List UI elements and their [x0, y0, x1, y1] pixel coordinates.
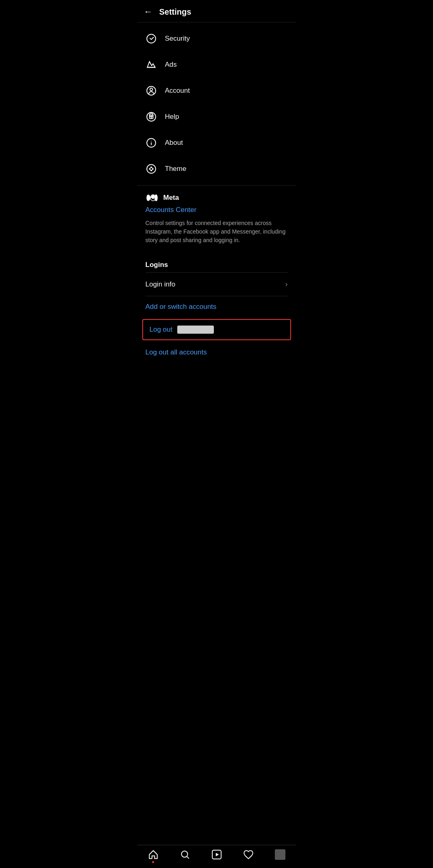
- help-icon: [146, 111, 157, 122]
- profile-thumbnail: [275, 849, 285, 860]
- svg-point-0: [147, 34, 156, 43]
- theme-icon: [146, 163, 157, 175]
- nav-reels[interactable]: [211, 849, 222, 860]
- settings-item-account[interactable]: Account: [137, 78, 296, 104]
- settings-header: ← Settings: [137, 0, 296, 22]
- settings-help-label: Help: [165, 113, 179, 121]
- meta-section: Meta Accounts Center Control settings fo…: [137, 185, 296, 245]
- login-info-label: Login info: [146, 280, 176, 289]
- page-title: Settings: [159, 7, 191, 17]
- add-switch-accounts-row[interactable]: Add or switch accounts: [137, 296, 296, 317]
- settings-theme-label: Theme: [165, 165, 187, 173]
- home-active-dot: [152, 861, 154, 863]
- logout-all-accounts-link[interactable]: Log out all accounts: [146, 348, 207, 356]
- svg-line-25: [187, 857, 189, 859]
- about-icon: [146, 137, 157, 149]
- settings-account-label: Account: [165, 87, 190, 95]
- svg-marker-27: [215, 853, 219, 857]
- nav-search[interactable]: [180, 849, 190, 860]
- back-button[interactable]: ←: [144, 7, 153, 17]
- chevron-right-icon: ›: [285, 280, 288, 289]
- logout-link[interactable]: Log out: [150, 326, 173, 334]
- settings-item-security[interactable]: Security: [137, 26, 296, 52]
- account-icon: [146, 85, 157, 96]
- settings-item-help[interactable]: Help: [137, 104, 296, 130]
- bottom-navigation: [137, 845, 296, 868]
- accounts-center-link[interactable]: Accounts Center: [146, 206, 288, 214]
- settings-item-theme[interactable]: Theme: [137, 156, 296, 182]
- nav-activity[interactable]: [243, 849, 254, 860]
- meta-logo-icon: [146, 194, 160, 202]
- svg-point-20: [150, 168, 152, 171]
- nav-home[interactable]: [148, 849, 159, 860]
- settings-item-ads[interactable]: Ads: [137, 52, 296, 78]
- login-info-row[interactable]: Login info ›: [137, 273, 296, 296]
- svg-point-24: [181, 851, 187, 857]
- settings-list: Security Ads Account: [137, 22, 296, 185]
- logout-highlighted-row[interactable]: Log out: [142, 319, 291, 340]
- settings-item-about[interactable]: About: [137, 130, 296, 156]
- settings-ads-label: Ads: [165, 61, 177, 69]
- svg-point-14: [151, 141, 152, 142]
- username-blur: [177, 326, 214, 334]
- settings-about-label: About: [165, 139, 183, 147]
- meta-logo-row: Meta: [146, 194, 288, 202]
- svg-point-4: [150, 88, 152, 91]
- logout-all-accounts-row[interactable]: Log out all accounts: [137, 342, 296, 363]
- add-switch-accounts-link[interactable]: Add or switch accounts: [146, 303, 217, 310]
- ads-icon: [146, 59, 157, 70]
- security-icon: [146, 33, 157, 44]
- nav-profile[interactable]: [275, 849, 285, 860]
- svg-marker-1: [147, 61, 155, 67]
- meta-description: Control settings for connected experienc…: [146, 219, 288, 245]
- settings-security-label: Security: [165, 35, 190, 43]
- svg-point-15: [147, 164, 156, 173]
- meta-label: Meta: [163, 194, 179, 202]
- logins-section-header: Logins: [137, 253, 296, 272]
